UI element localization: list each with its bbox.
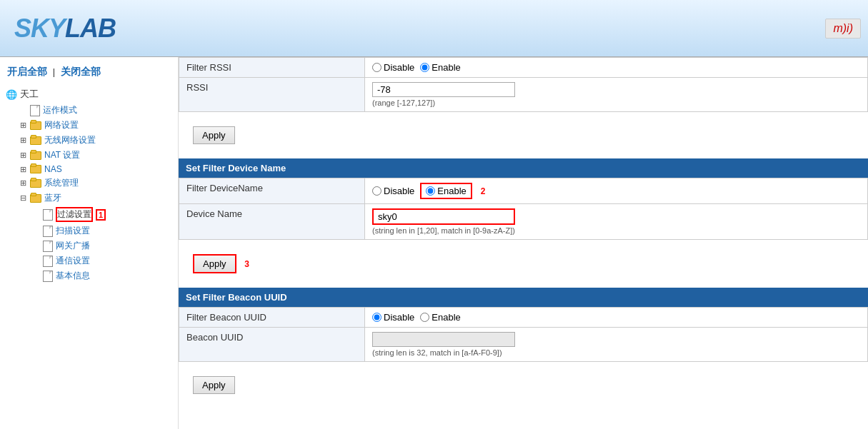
filter-devicename-disable-text: Disable: [384, 186, 414, 196]
filter-rssi-row: Filter RSSI Disable Enable: [179, 58, 868, 78]
beacon-uuid-table: Filter Beacon UUID Disable Enable: [179, 307, 868, 362]
filter-beacon-disable-label[interactable]: Disable: [372, 312, 414, 323]
device-name-section: Set Filter Device Name Filter DeviceName…: [179, 158, 868, 288]
content-area: Filter RSSI Disable Enable: [179, 57, 868, 429]
close-all-link[interactable]: 关闭全部: [61, 66, 101, 77]
sidebar-item-guolv[interactable]: 过滤设置 1: [40, 206, 178, 223]
rssi-apply-row: Apply: [179, 119, 868, 158]
rssi-hint: (range [-127,127]): [372, 99, 860, 107]
beacon-uuid-apply-button[interactable]: Apply: [193, 376, 235, 394]
device-name-row: Device Name (string len in [1,20], match…: [179, 204, 868, 240]
sidebar-item-saomiao[interactable]: 扫描设置: [40, 223, 178, 238]
filter-devicename-row: Filter DeviceName Disable Enable 2: [179, 178, 868, 204]
folder-icon-wangluo: [30, 121, 41, 130]
filter-rssi-disable-label[interactable]: Disable: [372, 62, 414, 73]
device-name-label: Device Name: [179, 204, 365, 240]
beacon-uuid-value-row: Beacon UUID (string len is 32, match in …: [179, 328, 868, 362]
expand-wuxian: ⊞: [20, 136, 29, 145]
filter-beacon-uuid-value: Disable Enable: [365, 308, 868, 328]
expand-nat: ⊞: [20, 151, 29, 160]
sidebar-label-wangguan: 网关广播: [56, 240, 90, 252]
sidebar-item-yunzuo[interactable]: 运作模式: [14, 103, 178, 118]
expand-wangluo: ⊞: [20, 121, 29, 130]
expand-lanya: ⊟: [20, 193, 29, 203]
annotation-2: 2: [481, 186, 486, 196]
expand-xitong: ⊞: [20, 178, 29, 188]
page-icon-jiben: [43, 271, 53, 282]
logo-text: SKYLAB: [14, 14, 116, 43]
sidebar-item-wangguan[interactable]: 网关广播: [40, 238, 178, 253]
beacon-uuid-section: Set Filter Beacon UUID Filter Beacon UUI…: [179, 288, 868, 408]
page-icon-tongxin: [43, 256, 53, 267]
filter-rssi-enable-label[interactable]: Enable: [420, 62, 460, 73]
guolv-label-box: 过滤设置: [56, 207, 93, 222]
device-name-header: Set Filter Device Name: [179, 158, 868, 178]
header: SKYLAB m)i): [0, 0, 868, 57]
sidebar-item-jiben[interactable]: 基本信息: [40, 268, 178, 283]
beacon-uuid-header: Set Filter Beacon UUID: [179, 288, 868, 307]
sidebar: 开启全部 | 关闭全部 🌐 天工 运作模式 ⊞: [0, 57, 179, 429]
filter-devicename-disable-label[interactable]: Disable: [372, 186, 414, 196]
rssi-apply-button[interactable]: Apply: [193, 126, 235, 144]
annotation-1: 1: [96, 209, 106, 221]
sidebar-label-jiben: 基本信息: [56, 270, 90, 282]
filter-beacon-enable-label[interactable]: Enable: [420, 312, 460, 323]
sidebar-item-tongxin[interactable]: 通信设置: [40, 253, 178, 268]
filter-rssi-disable-radio[interactable]: [372, 63, 381, 72]
folder-icon-nas: [30, 165, 41, 173]
filter-beacon-uuid-label: Filter Beacon UUID: [179, 308, 365, 328]
filter-devicename-disable-radio[interactable]: [372, 186, 381, 196]
filter-beacon-uuid-row: Filter Beacon UUID Disable Enable: [179, 308, 868, 328]
filter-beacon-enable-radio[interactable]: [420, 313, 429, 322]
sidebar-label-yunzuo: 运作模式: [43, 104, 77, 116]
folder-icon-wuxian: [30, 136, 41, 145]
filter-beacon-enable-text: Enable: [431, 312, 460, 323]
separator: |: [53, 66, 58, 77]
expand-nas: ⊞: [20, 165, 29, 174]
sidebar-item-wuxian[interactable]: ⊞ 无线网络设置: [14, 133, 178, 148]
sidebar-label-nat: NAT 设置: [44, 149, 80, 161]
header-right: m)i): [179, 19, 868, 39]
sidebar-item-wangluo[interactable]: ⊞ 网络设置: [14, 118, 178, 133]
sidebar-controls: 开启全部 | 关闭全部: [0, 63, 178, 84]
filter-rssi-enable-text: Enable: [431, 62, 460, 73]
open-all-link[interactable]: 开启全部: [7, 66, 47, 77]
page-icon-wangguan: [43, 241, 53, 252]
device-name-hint: (string len in [1,20], match in [0-9a-zA…: [372, 226, 860, 235]
rssi-input[interactable]: [372, 82, 515, 97]
sidebar-item-nat[interactable]: ⊞ NAT 设置: [14, 148, 178, 163]
myi-badge: m)i): [825, 19, 861, 39]
filter-beacon-disable-radio[interactable]: [372, 313, 381, 322]
folder-icon-xitong: [30, 179, 41, 188]
filter-beacon-uuid-radio-group: Disable Enable: [372, 312, 860, 323]
sidebar-item-xitong[interactable]: ⊞ 系统管理: [14, 176, 178, 191]
sidebar-label-tongxin: 通信设置: [56, 255, 90, 267]
tree-root-label[interactable]: 🌐 天工: [0, 86, 178, 103]
page-icon-yunzuo: [30, 105, 40, 116]
rssi-value-cell: (range [-127,127]): [365, 78, 868, 112]
filter-rssi-value: Disable Enable: [365, 58, 868, 78]
page-icon-guolv: [43, 209, 53, 221]
filter-devicename-enable-radio[interactable]: [426, 186, 435, 196]
tree-root-icon: 🌐: [6, 89, 17, 100]
sidebar-item-lanya[interactable]: ⊟ 蓝牙: [14, 191, 178, 206]
device-name-input[interactable]: [372, 208, 515, 225]
beacon-uuid-apply-row: Apply: [179, 369, 868, 408]
filter-rssi-enable-radio[interactable]: [420, 63, 429, 72]
filter-devicename-label: Filter DeviceName: [179, 178, 365, 204]
sidebar-label-wuxian: 无线网络设置: [44, 134, 96, 146]
sidebar-label-wangluo: 网络设置: [44, 119, 79, 131]
sidebar-item-nas[interactable]: ⊞ NAS: [14, 163, 178, 176]
annotation-3: 3: [244, 259, 249, 269]
filter-devicename-value: Disable Enable 2: [365, 178, 868, 204]
lanya-children: 过滤设置 1 扫描设置 网关广播 通信设置: [14, 206, 178, 283]
device-name-apply-button[interactable]: Apply: [193, 254, 236, 273]
filter-rssi-disable-text: Disable: [384, 62, 414, 73]
logo: SKYLAB: [0, 6, 179, 51]
beacon-uuid-disabled-input: [372, 332, 515, 347]
sidebar-label-lanya: 蓝牙: [44, 192, 61, 204]
main-layout: 开启全部 | 关闭全部 🌐 天工 运作模式 ⊞: [0, 57, 868, 429]
filter-devicename-radio-group: Disable Enable 2: [372, 183, 860, 199]
root-label: 天工: [20, 88, 39, 101]
sidebar-label-saomiao: 扫描设置: [56, 225, 90, 237]
